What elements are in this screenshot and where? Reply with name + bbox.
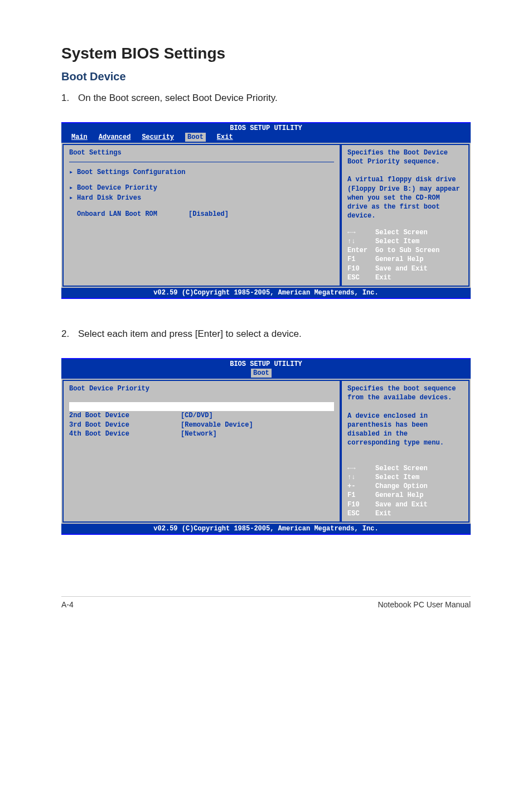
tab-boot: Boot: [251, 369, 272, 378]
submenu-arrow-icon: ▸: [69, 183, 77, 192]
bios2-right-pane: Specifies the boot sequence from the ava…: [341, 380, 470, 523]
boot-device-row-1: 1st Boot Device [Hard Drive]: [69, 402, 334, 411]
manual-title: Notebook PC User Manual: [378, 600, 471, 609]
bios2-footer: v02.59 (C)Copyright 1985-2005, American …: [61, 524, 471, 534]
bios2-help-text: Specifies the boot sequence from the ava…: [347, 384, 463, 447]
bios-screenshot-1: BIOS SETUP UTILITY Main Advanced Securit…: [61, 122, 471, 299]
submenu-arrow-icon: ▸: [69, 168, 77, 177]
submenu-arrow-icon: ▸: [69, 194, 77, 202]
bios1-tabs: Main Advanced Security Boot Exit: [61, 133, 471, 143]
bios1-left-pane: Boot Settings ▸ Boot Settings Configurat…: [62, 144, 341, 287]
bios1-header: BIOS SETUP UTILITY: [61, 123, 471, 133]
key-arrows-ud-icon: ↑↓: [347, 237, 375, 246]
bios2-key-hints: ←→Select Screen ↑↓Select Item +-Change O…: [347, 464, 463, 518]
key-arrows-lr-icon: ←→: [347, 464, 375, 473]
key-arrows-ud-icon: ↑↓: [347, 473, 375, 482]
tab-main: Main: [71, 133, 99, 142]
menu-hard-disk-drives: ▸ Hard Disk Drives: [69, 194, 334, 202]
boot-device-row-3: 3rd Boot Device [Removable Device]: [69, 421, 334, 429]
bios2-tabs: Boot: [61, 369, 471, 379]
bios1-left-title: Boot Settings: [69, 148, 334, 157]
bios2-left-pane: Boot Device Priority 1st Boot Device [Ha…: [62, 380, 341, 523]
step-1: 1. On the Boot screen, select Boot Devic…: [61, 91, 471, 105]
boot-device-row-4: 4th Boot Device [Network]: [69, 429, 334, 438]
step-2: 2. Select each item and press [Enter] to…: [61, 327, 471, 341]
tab-advanced: Advanced: [99, 133, 142, 142]
tab-exit: Exit: [217, 133, 244, 142]
bios-screenshot-2: BIOS SETUP UTILITY Boot Boot Device Prio…: [61, 358, 471, 535]
step-1-text: On the Boot screen, select Boot Device P…: [78, 91, 278, 105]
page-footer: A-4 Notebook PC User Manual: [61, 596, 471, 609]
step-2-number: 2.: [61, 327, 78, 341]
key-enter: Enter: [347, 246, 375, 255]
step-2-text: Select each item and press [Enter] to se…: [78, 327, 302, 341]
bios1-right-pane: Specifies the Boot Device Boot Priority …: [341, 144, 470, 287]
menu-onboard-lan-boot-rom: Onboard LAN Boot ROM [Disabled]: [69, 210, 334, 219]
onboard-lan-value: [Disabled]: [188, 210, 229, 219]
bios1-key-hints: ←→Select Screen ↑↓Select Item EnterGo to…: [347, 228, 463, 282]
boot-device-row-2: 2nd Boot Device [CD/DVD]: [69, 411, 334, 420]
key-esc: ESC: [347, 273, 375, 282]
key-f1: F1: [347, 491, 375, 500]
onboard-lan-label: Onboard LAN Boot ROM: [77, 210, 188, 219]
tab-boot: Boot: [185, 133, 206, 142]
step-1-number: 1.: [61, 91, 78, 105]
key-arrows-lr-icon: ←→: [347, 228, 375, 237]
bios1-help-text: Specifies the Boot Device Boot Priority …: [347, 148, 463, 221]
bios2-left-title: Boot Device Priority: [69, 384, 334, 393]
key-f1: F1: [347, 255, 375, 264]
tab-security: Security: [142, 133, 185, 142]
page-number: A-4: [61, 600, 74, 609]
bios1-footer: v02.59 (C)Copyright 1985-2005, American …: [61, 288, 471, 298]
menu-boot-device-priority: ▸ Boot Device Priority: [69, 183, 334, 192]
key-f10: F10: [347, 264, 375, 273]
bios2-header: BIOS SETUP UTILITY: [61, 359, 471, 369]
page-title: System BIOS Settings: [61, 45, 471, 62]
menu-boot-settings-config: ▸ Boot Settings Configuration: [69, 168, 334, 177]
key-esc: ESC: [347, 509, 375, 518]
key-plus-minus: +-: [347, 482, 375, 491]
key-f10: F10: [347, 500, 375, 509]
page-subtitle: Boot Device: [61, 70, 471, 83]
